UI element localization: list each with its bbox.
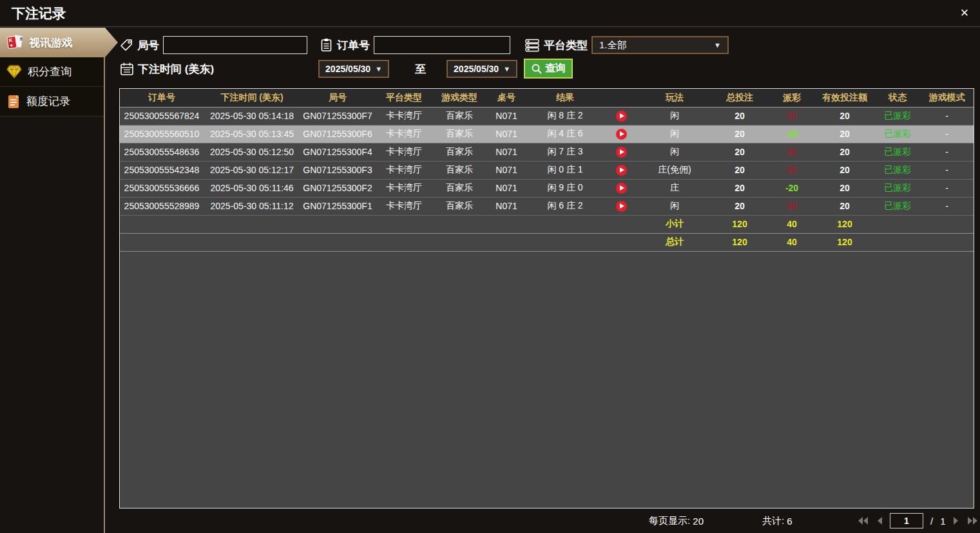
diamond-icon — [6, 65, 22, 79]
platform-select[interactable]: 1.全部 ▼ — [591, 36, 729, 54]
subtotal-total-bet: 120 — [710, 215, 769, 233]
first-page-icon[interactable] — [858, 516, 869, 525]
cell-table-no: N071 — [486, 179, 527, 197]
total-count-label: 共计: — [762, 515, 784, 527]
per-page-value: 20 — [693, 516, 704, 527]
bet-time-label: 下注时间 (美东) — [138, 62, 214, 77]
play-video-icon[interactable] — [616, 147, 627, 158]
col-header-game-mode: 游戏模式 — [920, 89, 974, 107]
subtotal-valid-bet: 120 — [814, 215, 875, 233]
round-input[interactable] — [163, 36, 307, 54]
cell-platform: 卡卡湾厅 — [375, 179, 433, 197]
date-from-select[interactable]: 2025/05/30 ▼ — [318, 60, 389, 78]
cell-replay — [603, 161, 639, 179]
sidebar-divider — [104, 28, 105, 533]
cell-round-no: GN071255300F1 — [300, 197, 375, 215]
status-badge: 已派彩 — [875, 143, 920, 161]
sidebar-item-points-query[interactable]: 积分查询 — [0, 57, 104, 87]
subtotal-label: 小计 — [639, 215, 710, 233]
col-header-replay — [603, 89, 639, 107]
play-video-icon[interactable] — [616, 165, 627, 176]
col-header-game-type: 游戏类型 — [433, 89, 486, 107]
col-header-status: 状态 — [875, 89, 920, 107]
chevron-down-icon: ▼ — [375, 65, 382, 73]
cell-order-no: 250530055560510 — [120, 125, 204, 143]
round-label: 局号 — [137, 38, 159, 53]
table-row[interactable]: 250530055528989 2025-05-30 05:11:12 GN07… — [120, 197, 974, 215]
cell-replay — [603, 107, 639, 125]
cell-payout: -20 — [769, 179, 814, 197]
playing-cards-icon: 9 K♥ — [6, 35, 23, 50]
cell-payout: 20 — [769, 197, 814, 215]
calendar-icon — [120, 62, 134, 76]
cell-valid-bet: 20 — [814, 125, 875, 143]
table-row[interactable]: 250530055548636 2025-05-30 05:12:50 GN07… — [120, 143, 974, 161]
cell-round-no: GN071255300F2 — [300, 179, 375, 197]
sidebar-item-label: 视讯游戏 — [29, 35, 73, 50]
order-input[interactable] — [374, 36, 510, 54]
cell-round-no: GN071255300F3 — [300, 161, 375, 179]
cell-game-type: 百家乐 — [433, 179, 486, 197]
play-video-icon[interactable] — [616, 129, 627, 140]
col-header-bet-time: 下注时间 (美东) — [204, 89, 300, 107]
total-count-value: 6 — [787, 516, 792, 527]
play-video-icon[interactable] — [616, 183, 627, 194]
last-page-icon[interactable] — [966, 516, 978, 525]
date-to-select[interactable]: 2025/05/30 ▼ — [447, 60, 517, 78]
table-row[interactable]: 250530055542348 2025-05-30 05:12:17 GN07… — [120, 161, 974, 179]
cell-valid-bet: 20 — [814, 107, 875, 125]
table-header-row: 订单号 下注时间 (美东) 局号 平台类型 游戏类型 桌号 结果 玩法 总投注 … — [120, 89, 974, 107]
footer-bar: 每页显示: 20 共计: 6 / 1 — [118, 509, 980, 533]
sidebar-item-quota-records[interactable]: 额度记录 — [0, 87, 104, 117]
col-header-round-no: 局号 — [300, 89, 375, 107]
cell-bet-time: 2025-05-30 05:14:18 — [204, 107, 300, 125]
cell-platform: 卡卡湾厅 — [375, 143, 433, 161]
chevron-down-icon: ▼ — [503, 65, 510, 73]
next-page-icon[interactable] — [953, 516, 959, 525]
grand-total-valid-bet: 120 — [814, 233, 875, 251]
clipboard-icon — [320, 38, 333, 52]
table-row[interactable]: 250530055536666 2025-05-30 05:11:46 GN07… — [120, 179, 974, 197]
cell-total-bet: 20 — [710, 161, 769, 179]
play-video-icon[interactable] — [616, 201, 627, 212]
cell-bet-time: 2025-05-30 05:11:12 — [204, 197, 300, 215]
sidebar-item-label: 积分查询 — [28, 64, 72, 79]
play-video-icon[interactable] — [616, 111, 627, 122]
cell-valid-bet: 20 — [814, 197, 875, 215]
date-to-value: 2025/05/30 — [454, 64, 499, 74]
query-button[interactable]: 查询 — [524, 59, 573, 79]
col-header-payout: 派彩 — [769, 89, 814, 107]
table-row[interactable]: 250530055560510 2025-05-30 05:13:45 GN07… — [120, 125, 974, 143]
filter-panel: 局号 订单号 平台类型 1.全部 ▼ — [118, 28, 980, 88]
cell-replay — [603, 179, 639, 197]
cell-bet-time: 2025-05-30 05:11:46 — [204, 179, 300, 197]
cell-valid-bet: 20 — [814, 143, 875, 161]
cell-valid-bet: 20 — [814, 179, 875, 197]
cell-game-type: 百家乐 — [433, 143, 486, 161]
col-header-valid-bet: 有效投注额 — [814, 89, 875, 107]
per-page-info: 每页显示: 20 — [649, 509, 704, 533]
grand-total-payout: 40 — [769, 233, 814, 251]
status-badge: 已派彩 — [875, 179, 920, 197]
col-header-platform: 平台类型 — [375, 89, 433, 107]
page-separator: / — [930, 516, 933, 527]
col-header-result: 结果 — [527, 89, 603, 107]
col-header-order-no: 订单号 — [120, 89, 204, 107]
platform-filter: 平台类型 1.全部 ▼ — [525, 36, 729, 54]
status-badge: 已派彩 — [875, 197, 920, 215]
grand-total-row: 总计 120 40 120 — [120, 233, 974, 251]
table-row[interactable]: 250530055567824 2025-05-30 05:14:18 GN07… — [120, 107, 974, 125]
sidebar-item-label: 额度记录 — [26, 94, 70, 109]
page-input[interactable] — [890, 513, 923, 528]
total-count-info: 共计: 6 — [762, 509, 793, 533]
previous-page-icon[interactable] — [876, 516, 883, 525]
svg-text:9: 9 — [19, 37, 23, 41]
sidebar-item-video-games[interactable]: 9 K♥ 视讯游戏 — [0, 28, 118, 57]
cell-table-no: N071 — [486, 161, 527, 179]
cell-replay — [603, 197, 639, 215]
cell-play-type: 闲 — [639, 125, 710, 143]
close-icon[interactable]: × — [956, 5, 974, 23]
list-icon — [525, 39, 540, 52]
cell-order-no: 250530055542348 — [120, 161, 204, 179]
col-header-total-bet: 总投注 — [710, 89, 769, 107]
